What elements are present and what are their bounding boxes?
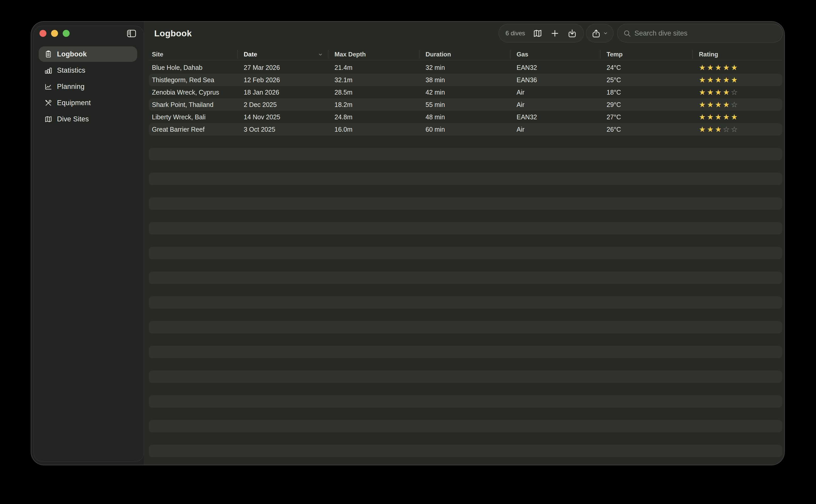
cell-gas: Air	[510, 86, 600, 98]
table-row[interactable]: Zenobia Wreck, Cyprus 18 Jan 2026 28.5m …	[149, 86, 782, 98]
empty-row	[149, 420, 782, 432]
search-input[interactable]	[635, 29, 777, 37]
line-chart-icon	[44, 83, 52, 91]
column-header-duration[interactable]: Duration	[419, 48, 510, 60]
column-header-date[interactable]: Date	[238, 48, 328, 60]
cell-site: Great Barrier Reef	[149, 123, 238, 136]
clipboard-icon	[44, 50, 52, 58]
table-header: Site Date Max Depth Duration Gas Temp Ra…	[149, 48, 782, 60]
table-row[interactable]: Thistlegorm, Red Sea 12 Feb 2026 32.1m 3…	[149, 74, 782, 86]
table-row[interactable]: Shark Point, Thailand 2 Dec 2025 18.2m 5…	[149, 98, 782, 111]
cell-date: 12 Feb 2026	[238, 74, 328, 86]
sort-chevron-icon	[318, 52, 323, 57]
search-field[interactable]	[617, 24, 783, 43]
sidebar-icon	[126, 28, 137, 39]
column-header-gas[interactable]: Gas	[510, 48, 600, 60]
cell-date: 14 Nov 2025	[238, 111, 328, 123]
empty-row	[149, 222, 782, 234]
sidebar-toggle-button[interactable]	[125, 27, 138, 40]
sidebar-item-statistics[interactable]: Statistics	[39, 63, 137, 78]
close-button[interactable]	[39, 30, 46, 37]
empty-row	[149, 358, 782, 371]
cell-date: 18 Jan 2026	[238, 86, 328, 98]
column-header-max-depth[interactable]: Max Depth	[328, 48, 419, 60]
cell-temp: 26°C	[600, 123, 693, 136]
chevron-down-icon	[603, 31, 608, 36]
cell-temp: 18°C	[600, 86, 693, 98]
sidebar-item-logbook[interactable]: Logbook	[39, 46, 137, 62]
table-row[interactable]: Liberty Wreck, Bali 14 Nov 2025 24.8m 48…	[149, 111, 782, 123]
cell-rating: ★★★★☆	[693, 98, 782, 111]
cell-date: 3 Oct 2025	[238, 123, 328, 136]
cell-duration: 55 min	[419, 98, 510, 111]
cell-duration: 38 min	[419, 74, 510, 86]
cell-gas: EAN32	[510, 111, 600, 123]
empty-row	[149, 173, 782, 185]
cell-site: Zenobia Wreck, Cyprus	[149, 86, 238, 98]
table-row[interactable]: Great Barrier Reef 3 Oct 2025 16.0m 60 m…	[149, 123, 782, 136]
cell-gas: EAN32	[510, 61, 600, 74]
empty-row	[149, 185, 782, 197]
column-header-rating[interactable]: Rating	[693, 48, 782, 60]
cell-duration: 32 min	[419, 61, 510, 74]
cell-rating: ★★★★★	[693, 111, 782, 123]
empty-row	[149, 197, 782, 210]
empty-row	[149, 346, 782, 358]
map-icon	[44, 115, 52, 123]
star-rating: ★★★☆☆	[699, 126, 739, 133]
sidebar-item-equipment[interactable]: Equipment	[39, 95, 137, 111]
empty-row	[149, 383, 782, 395]
cell-max-depth: 21.4m	[328, 61, 419, 74]
empty-row	[149, 296, 782, 309]
cell-rating: ★★★★★	[693, 61, 782, 74]
cell-rating: ★★★★☆	[693, 86, 782, 98]
star-rating: ★★★★★	[699, 76, 739, 84]
cell-max-depth: 18.2m	[328, 98, 419, 111]
cell-max-depth: 28.5m	[328, 86, 419, 98]
column-header-temp[interactable]: Temp	[600, 48, 693, 60]
cell-duration: 60 min	[419, 123, 510, 136]
empty-row	[149, 395, 782, 408]
add-dive-button[interactable]	[550, 29, 560, 38]
empty-row	[149, 272, 782, 284]
tools-icon	[44, 99, 52, 107]
sidebar-nav: Logbook Statistics Planning Equipment Di…	[39, 46, 137, 127]
zoom-button[interactable]	[63, 30, 70, 37]
window-controls	[39, 30, 70, 37]
search-icon	[623, 29, 631, 37]
content-area: Logbook 6 dives Site Date Max Depth	[144, 22, 785, 465]
empty-row	[149, 284, 782, 296]
cell-date: 27 Mar 2026	[238, 61, 328, 74]
bar-chart-icon	[44, 66, 52, 74]
empty-row	[149, 408, 782, 420]
column-header-site[interactable]: Site	[149, 48, 238, 60]
cell-temp: 27°C	[600, 111, 693, 123]
star-rating: ★★★★★	[699, 64, 739, 71]
cell-temp: 24°C	[600, 61, 693, 74]
cell-gas: Air	[510, 123, 600, 136]
cell-site: Blue Hole, Dahab	[149, 61, 238, 74]
import-button[interactable]	[567, 29, 577, 38]
table-row[interactable]: Blue Hole, Dahab 27 Mar 2026 21.4m 32 mi…	[149, 61, 782, 74]
empty-row	[149, 160, 782, 173]
star-rating: ★★★★☆	[699, 101, 739, 108]
cell-site: Thistlegorm, Red Sea	[149, 74, 238, 86]
cell-max-depth: 16.0m	[328, 123, 419, 136]
cell-gas: Air	[510, 98, 600, 111]
cell-date: 2 Dec 2025	[238, 98, 328, 111]
cell-rating: ★★★☆☆	[693, 123, 782, 136]
empty-row	[149, 234, 782, 247]
minimize-button[interactable]	[51, 30, 58, 37]
empty-row	[149, 259, 782, 272]
sidebar-item-planning[interactable]: Planning	[39, 79, 137, 94]
empty-row	[149, 371, 782, 383]
map-button[interactable]	[533, 29, 542, 38]
table-body: Blue Hole, Dahab 27 Mar 2026 21.4m 32 mi…	[149, 61, 782, 465]
empty-row	[149, 321, 782, 333]
sidebar-item-dive-sites[interactable]: Dive Sites	[39, 111, 137, 127]
dive-count-badge: 6 dives	[505, 30, 525, 37]
cell-gas: EAN36	[510, 74, 600, 86]
page-title: Logbook	[154, 28, 192, 38]
share-menu-button[interactable]	[586, 24, 614, 43]
empty-row	[149, 136, 782, 148]
